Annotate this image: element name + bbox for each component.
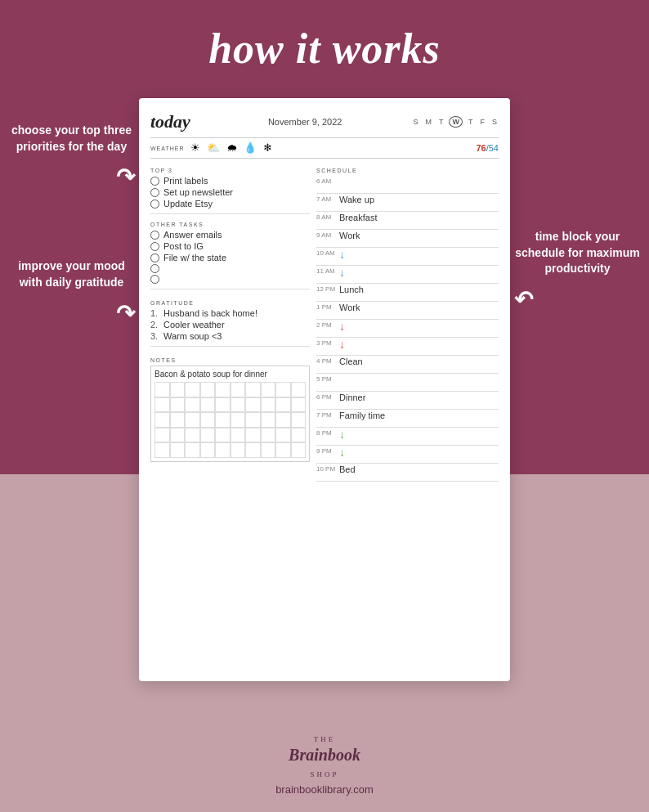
grid-cell [291, 412, 307, 428]
gratitude-list: 1. Husband is back home! 2. Cooler weath… [150, 308, 310, 341]
time-label: 9 PM [316, 446, 339, 455]
sidebar-tip1: choose your top three priorities for the… [8, 123, 135, 155]
snow-icon: ❄ [263, 141, 272, 155]
time-label: 10 AM [316, 248, 339, 257]
sidebar-left: choose your top three priorities for the… [8, 123, 135, 330]
day-F: F [478, 117, 486, 127]
grid-cell [185, 428, 200, 443]
task-item: Print labels [150, 176, 310, 186]
event-arrow: ↓ [339, 428, 345, 440]
gratitude-item1: 1. Husband is back home! [150, 308, 310, 318]
grid-cell [170, 412, 186, 428]
temp-lo-val: 54 [489, 143, 499, 153]
schedule-row: 3 PM↓ [316, 338, 499, 356]
grid-cell [245, 428, 261, 443]
grid-cell [185, 397, 200, 413]
grid-cell [154, 442, 170, 458]
grid-cell [154, 382, 170, 397]
weather-row: WEATHER ☀ ⛅ 🌧 💧 ❄ 76/54 [150, 137, 499, 159]
time-label: 6 AM [316, 176, 339, 185]
event-text: Clean [339, 356, 499, 366]
grid-cell [200, 428, 216, 443]
sidebar-right: time block your schedule for maximum pro… [514, 229, 641, 316]
task-circle [150, 275, 159, 284]
schedule-row: 6 PMDinner [316, 392, 499, 410]
event-text: ↓ [339, 266, 499, 267]
task-item: Answer emails [150, 230, 310, 240]
task-item [150, 264, 310, 273]
left-column: TOP 3 Print labels Set up newsletter Upd… [150, 164, 310, 668]
schedule-row: 1 PMWork [316, 302, 499, 320]
event-text: Breakfast [339, 212, 499, 222]
schedule-row: 4 PMClean [316, 356, 499, 374]
grid-cell [261, 442, 276, 458]
event-arrow: ↓ [339, 339, 345, 350]
schedule-rows: 6 AM7 AMWake up8 AMBreakfast9 AMWork10 A… [316, 176, 499, 668]
temperature: 76/54 [476, 143, 499, 153]
grid-cell [200, 397, 216, 413]
grid-cell [261, 397, 276, 413]
day-T2: T [467, 117, 475, 127]
notes-section: NOTES Bacon & potato soup for dinner [150, 353, 310, 462]
right-column: SCHEDULE 6 AM7 AMWake up8 AMBreakfast9 A… [316, 164, 499, 668]
task-item: Post to IG [150, 241, 310, 251]
event-arrow: ↓ [339, 446, 345, 458]
schedule-row: 6 AM [316, 176, 499, 194]
time-label: 7 AM [316, 194, 339, 203]
notes-grid [154, 382, 306, 458]
brand-logo: THE Brainbook SHOP [289, 729, 360, 780]
event-text: ↓ [339, 320, 499, 321]
grid-cell [200, 412, 216, 428]
task-circle [150, 264, 159, 273]
schedule-row: 9 PM↓ [316, 446, 499, 464]
task-circle [150, 242, 159, 251]
time-label: 7 PM [316, 410, 339, 419]
grid-cell [275, 397, 291, 413]
brand-url: brainbooklibrary.com [275, 783, 374, 796]
event-text: Work [339, 302, 499, 312]
grid-cell [275, 428, 291, 443]
top3-item2: Set up newsletter [163, 187, 233, 197]
time-label: 4 PM [316, 356, 339, 365]
brand-the: THE [314, 735, 336, 743]
schedule-row: 7 AMWake up [316, 194, 499, 212]
grid-cell [170, 428, 186, 443]
grid-cell [245, 442, 261, 458]
event-text: Lunch [339, 284, 499, 294]
day-W: W [449, 116, 463, 128]
gratitude-section: GRATITUDE 1. Husband is back home! 2. Co… [150, 296, 310, 343]
grid-cell [154, 397, 170, 413]
task-circle [150, 200, 159, 209]
event-text: Work [339, 230, 499, 240]
grid-cell [185, 412, 200, 428]
grid-cell [291, 442, 307, 458]
grid-cell [170, 382, 186, 397]
time-label: 8 AM [316, 212, 339, 221]
grid-cell [245, 412, 261, 428]
schedule-row: 11 AM↓ [316, 266, 499, 284]
schedule-row: 2 PM↓ [316, 320, 499, 338]
grid-cell [261, 382, 276, 397]
top3-label: TOP 3 [150, 168, 310, 173]
event-arrow: ↓ [339, 321, 345, 332]
grid-cell [291, 382, 307, 397]
sidebar-arrow1: ↷ [8, 161, 135, 193]
task-circle [150, 231, 159, 240]
grid-cell [275, 442, 291, 458]
grid-cell [231, 412, 246, 428]
cloud-sun-icon: ⛅ [207, 141, 220, 155]
schedule-row: 8 AMBreakfast [316, 212, 499, 230]
water-icon: 💧 [244, 141, 257, 155]
grid-cell [154, 428, 170, 443]
day-letters: S M T W T F S [411, 116, 499, 128]
event-text: ↓ [339, 248, 499, 249]
sidebar-tip2: improve your mood with daily gratitude [8, 258, 135, 290]
sidebar-right-arrow: ↶ [514, 284, 641, 316]
task-item: Update Etsy [150, 199, 310, 209]
task-circle [150, 253, 159, 262]
schedule-row: 7 PMFamily time [316, 410, 499, 428]
event-arrow: ↓ [339, 267, 345, 278]
brand-name: Brainbook [289, 745, 360, 765]
event-text: ↓ [339, 428, 499, 428]
brand-shop: SHOP [310, 770, 338, 778]
